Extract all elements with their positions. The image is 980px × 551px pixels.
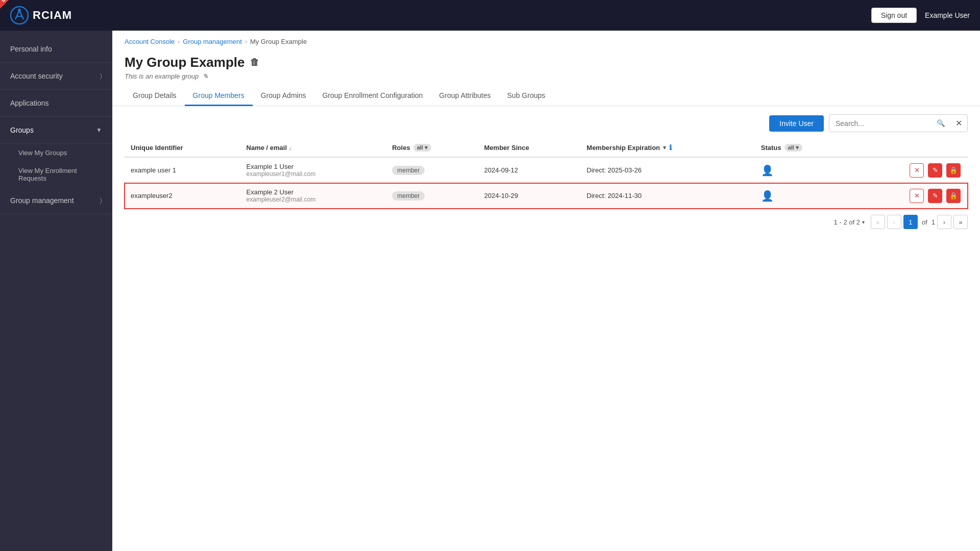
chevron-right-icon: 〉 [100,197,102,204]
chevron-right-icon: 〉 [100,72,102,80]
tab-group-enrollment-config[interactable]: Group Enrollment Configuration [314,86,431,106]
content-area: Account Console › Group management › My … [112,31,980,551]
row-actions: ✕ ✎ 🔒 [857,189,962,203]
expiration-info-icon[interactable]: ℹ [669,143,672,152]
tab-sub-groups[interactable]: Sub Groups [499,86,554,106]
subtitle-text: This is an example group [125,72,199,80]
header-right: Sign out Example User [871,8,970,23]
total-pages-text: 1 [932,218,935,226]
cell-name-email: Example 2 User exampleuser2@mail.com [240,183,386,209]
sidebar-item-account-security[interactable]: Account security 〉 [0,63,112,90]
page-title: My Group Example 🗑 [125,55,968,70]
invite-user-button[interactable]: Invite User [769,115,824,132]
user-email-text: exampleuser1@mail.com [247,170,380,178]
table-area: Invite User 🔍 ✕ Unique Identifier [112,106,980,247]
remove-member-button[interactable]: ✕ [910,163,924,178]
edit-member-button[interactable]: ✎ [928,189,942,203]
col-header-roles: Roles all ▾ [386,138,478,157]
breadcrumb-current: My Group Example [250,38,307,45]
tab-group-details[interactable]: Group Details [125,86,185,106]
tab-group-attributes[interactable]: Group Attributes [431,86,499,106]
cell-unique-identifier: exampleuser2 [125,183,240,209]
tab-group-members[interactable]: Group Members [185,86,253,106]
cell-membership-expiration: Direct: 2024-11-30 [580,183,754,209]
user-name: Example User [925,11,970,19]
search-icon: 🔍 [937,119,945,127]
sidebar-item-group-management[interactable]: Group management 〉 [0,187,112,214]
user-email-text: exampleuser2@mail.com [247,196,380,203]
search-button[interactable]: 🔍 [932,116,950,131]
sidebar-item-label: Account security [10,72,63,80]
cell-role: member [386,157,478,183]
search-box: 🔍 ✕ [829,114,968,132]
logo-text: RCIAM [33,9,72,22]
lock-member-button[interactable]: 🔒 [946,189,961,203]
cell-name-email: Example 1 User exampleuser1@mail.com [240,157,386,183]
sidebar-item-label: Group management [10,196,74,205]
members-table: Unique Identifier Name / email ↓ Roles a… [125,138,968,209]
page-size-chevron[interactable]: ▾ [862,219,865,225]
sidebar-item-label: Personal info [10,45,52,53]
roles-filter-badge[interactable]: all ▾ [413,144,431,152]
groups-section: Groups ▼ View My Groups View My Enrollme… [0,117,112,187]
user-name-text: Example 2 User [247,188,380,196]
sort-icon[interactable]: ↓ [289,145,292,151]
first-page-button[interactable]: « [871,215,885,229]
sidebar-sub-item-view-my-groups[interactable]: View My Groups [0,144,112,162]
search-clear-button[interactable]: ✕ [950,115,967,132]
col-header-status: Status all ▾ [755,138,851,157]
breadcrumb-group-management[interactable]: Group management [183,38,242,45]
page-summary-text: 1 - 2 of 2 [834,218,860,226]
sidebar-sub-item-view-enrollment-requests[interactable]: View My Enrollment Requests [0,162,112,187]
sign-out-button[interactable]: Sign out [871,8,917,23]
cell-role: member [386,183,478,209]
page-title-area: My Group Example 🗑 This is an example gr… [112,51,980,86]
pagination: 1 - 2 of 2 ▾ « ‹ 1 of 1 › » [125,209,968,235]
remove-member-button[interactable]: ✕ [910,189,924,203]
tabs-bar: Group Details Group Members Group Admins… [112,86,980,106]
sidebar-item-label: Groups [10,126,34,134]
sidebar-item-label: Applications [10,99,49,107]
cell-actions: ✕ ✎ 🔒 [851,157,968,183]
status-filter-badge[interactable]: all ▾ [785,144,802,152]
last-page-button[interactable]: » [953,215,968,229]
table-row: exampleuser2 Example 2 User exampleuser2… [125,183,968,209]
col-header-member-since: Member Since [478,138,581,157]
cell-member-since: 2024-10-29 [478,183,581,209]
table-header-row: Unique Identifier Name / email ↓ Roles a… [125,138,968,157]
edit-member-button[interactable]: ✎ [928,163,942,178]
sidebar: Personal info Account security 〉 Applica… [0,31,112,551]
cell-actions: ✕ ✎ 🔒 [851,183,968,209]
cell-status: 👤 [755,157,851,183]
sidebar-item-groups[interactable]: Groups ▼ [0,117,112,144]
expiration-sort-icon[interactable]: ▾ [663,144,666,151]
rciam-logo-icon [10,6,29,24]
status-active-icon: 👤 [761,190,774,202]
page-summary: 1 - 2 of 2 ▾ [834,218,865,226]
next-page-button[interactable]: › [937,215,951,229]
col-header-unique-identifier: Unique Identifier [125,138,240,157]
page-1-button[interactable]: 1 [903,215,918,229]
search-input[interactable] [829,116,932,131]
chevron-down-icon: ▼ [96,127,102,134]
main-layout: Personal info Account security 〉 Applica… [0,31,980,551]
breadcrumb-account-console[interactable]: Account Console [125,38,175,45]
edit-subtitle-icon[interactable]: ✎ [203,72,208,80]
page-title-text: My Group Example [125,55,245,70]
tab-group-admins[interactable]: Group Admins [253,86,314,106]
page-subtitle: This is an example group ✎ [125,72,968,80]
sidebar-item-applications[interactable]: Applications [0,90,112,117]
breadcrumb-separator: › [245,38,247,45]
col-header-actions [851,138,968,157]
delete-group-icon[interactable]: 🗑 [250,57,259,68]
breadcrumb-separator: › [178,38,180,45]
cell-member-since: 2024-09-12 [478,157,581,183]
lock-member-button[interactable]: 🔒 [946,163,961,178]
user-name-text: Example 1 User [247,163,380,170]
prev-page-button[interactable]: ‹ [887,215,901,229]
page-of-label: of [920,218,929,226]
cell-status: 👤 [755,183,851,209]
top-header: Demo RCIAM Sign out Example User [0,0,980,31]
cell-membership-expiration: Direct: 2025-03-26 [580,157,754,183]
sidebar-item-personal-info[interactable]: Personal info [0,36,112,63]
